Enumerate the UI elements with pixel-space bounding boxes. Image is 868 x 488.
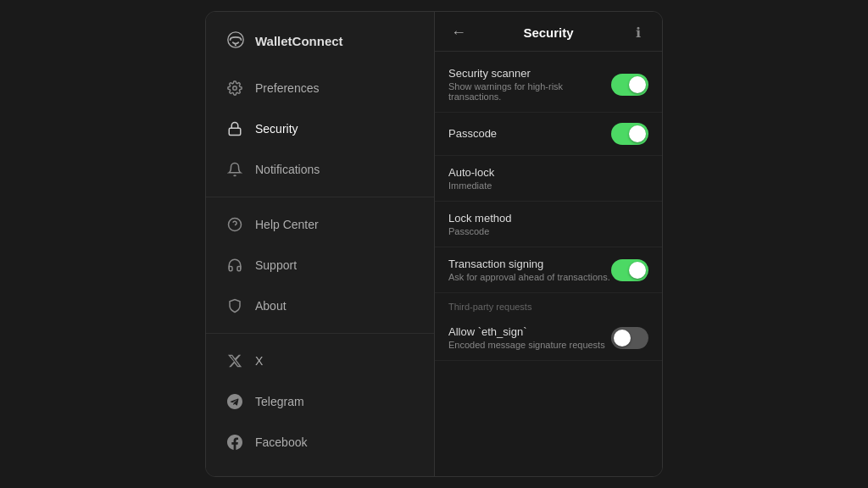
sidebar-item-help-center[interactable]: Help Center [206, 204, 434, 245]
main-content: ← Security ℹ Security scanner Show warni… [435, 12, 662, 476]
toggle-security-scanner[interactable] [611, 74, 648, 96]
sidebar-item-notifications[interactable]: Notifications [206, 149, 434, 190]
toggle-transaction-signing[interactable] [611, 259, 648, 281]
preferences-icon [226, 80, 243, 97]
settings-item-auto-lock[interactable]: Auto-lock Immediate [435, 156, 662, 202]
sidebar: WalletConnect Preferences Security [206, 12, 435, 476]
x-icon [226, 352, 243, 369]
back-button[interactable]: ← [448, 22, 469, 42]
svg-rect-2 [229, 128, 241, 135]
main-header: ← Security ℹ [435, 12, 662, 52]
settings-item-lock-method[interactable]: Lock method Passcode [435, 202, 662, 247]
settings-item-info-lock-method: Lock method Passcode [448, 212, 648, 236]
app-container: WalletConnect Preferences Security [205, 11, 663, 477]
sidebar-item-x[interactable]: X [206, 341, 434, 381]
facebook-icon [226, 434, 243, 451]
settings-item-transaction-signing: Transaction signing Ask for approval ahe… [435, 247, 662, 293]
sidebar-label-support: Support [255, 258, 297, 272]
sidebar-label-telegram: Telegram [255, 395, 304, 408]
toggle-passcode[interactable] [611, 123, 648, 145]
settings-item-eth-sign: Allow `eth_sign` Encoded message signatu… [435, 315, 662, 361]
settings-item-info-passcode: Passcode [448, 127, 611, 141]
settings-item-title-eth-sign: Allow `eth_sign` [448, 325, 611, 338]
sidebar-label-notifications: Notifications [255, 163, 320, 176]
toggle-eth-sign[interactable] [611, 327, 648, 349]
settings-item-security-scanner: Security scanner Show warnings for high-… [435, 57, 662, 113]
svg-point-1 [233, 86, 237, 91]
sidebar-divider-2 [206, 333, 434, 334]
sidebar-divider-1 [206, 197, 434, 197]
settings-item-title-lock-method: Lock method [448, 212, 648, 225]
settings-item-title-auto-lock: Auto-lock [448, 166, 648, 179]
settings-item-passcode: Passcode [435, 113, 662, 156]
sidebar-label-security: Security [255, 122, 298, 136]
settings-item-sub-auto-lock: Immediate [448, 180, 648, 191]
settings-item-title-security-scanner: Security scanner [448, 67, 611, 80]
third-party-section-label: Third-party requests [435, 293, 662, 315]
sidebar-label-help-center: Help Center [255, 218, 319, 231]
brand-icon [226, 30, 247, 51]
telegram-icon [226, 393, 243, 410]
settings-item-title-passcode: Passcode [448, 127, 611, 140]
sidebar-label-facebook: Facebook [255, 435, 307, 449]
settings-item-info-security-scanner: Security scanner Show warnings for high-… [448, 67, 611, 102]
support-icon [226, 257, 243, 274]
settings-list: Security scanner Show warnings for high-… [435, 52, 662, 366]
settings-item-info-transaction-signing: Transaction signing Ask for approval ahe… [448, 258, 611, 282]
security-icon [226, 120, 243, 137]
sidebar-label-about: About [255, 299, 287, 313]
sidebar-label-preferences: Preferences [255, 81, 319, 95]
settings-item-title-transaction-signing: Transaction signing [448, 258, 611, 270]
settings-item-sub-security-scanner: Show warnings for high-risk transactions… [448, 81, 611, 102]
toggle-knob-eth-sign [614, 330, 631, 347]
settings-item-sub-lock-method: Passcode [448, 226, 648, 236]
info-button[interactable]: ℹ [628, 22, 648, 42]
help-icon [226, 216, 243, 233]
sidebar-item-preferences[interactable]: Preferences [206, 68, 434, 108]
toggle-knob-security-scanner [629, 76, 646, 93]
page-title: Security [469, 25, 628, 40]
settings-item-info-eth-sign: Allow `eth_sign` Encoded message signatu… [448, 325, 611, 350]
settings-item-info-auto-lock: Auto-lock Immediate [448, 166, 648, 191]
sidebar-item-facebook[interactable]: Facebook [206, 422, 434, 463]
settings-item-sub-transaction-signing: Ask for approval ahead of transactions. [448, 272, 611, 282]
about-icon [226, 297, 243, 314]
notifications-icon [226, 161, 243, 178]
settings-item-sub-eth-sign: Encoded message signature requests [448, 340, 611, 350]
toggle-knob-passcode [629, 125, 646, 142]
sidebar-item-support[interactable]: Support [206, 245, 434, 286]
sidebar-item-about[interactable]: About [206, 286, 434, 326]
brand: WalletConnect [206, 22, 434, 68]
sidebar-label-x: X [255, 354, 263, 368]
sidebar-item-telegram[interactable]: Telegram [206, 381, 434, 422]
toggle-knob-transaction-signing [629, 262, 646, 279]
sidebar-item-security[interactable]: Security [206, 108, 434, 149]
brand-name: WalletConnect [255, 34, 343, 48]
